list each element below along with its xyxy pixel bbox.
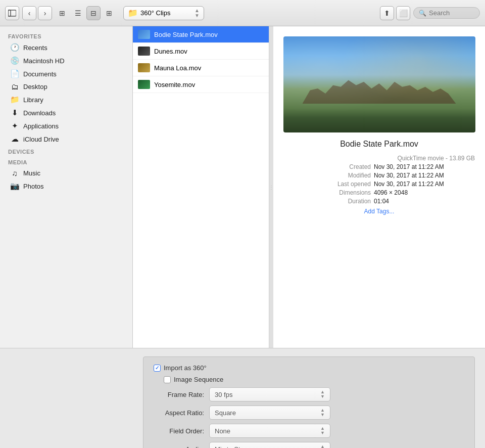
path-bar[interactable]: 📁 360° Clips ▲▼ bbox=[123, 6, 204, 20]
aspect-ratio-row: Aspect Ratio: Square ▲▼ bbox=[154, 406, 464, 420]
list-view-button[interactable]: ☰ bbox=[71, 6, 85, 20]
frame-rate-select[interactable]: 30 fps ▲▼ bbox=[209, 387, 330, 401]
file-item-yosemite[interactable]: Yosemite.mov bbox=[133, 76, 269, 93]
field-order-arrows-icon: ▲▼ bbox=[320, 426, 325, 435]
frame-rate-label: Frame Rate: bbox=[154, 391, 204, 398]
dimensions-label: Dimensions bbox=[315, 189, 371, 196]
sidebar-item-icloud-drive[interactable]: ☁ iCloud Drive bbox=[2, 132, 130, 146]
file-type-value: QuickTime movie - 13.89 GB bbox=[283, 155, 475, 162]
downloads-icon: ⬇ bbox=[10, 108, 19, 117]
file-item-dunes[interactable]: Dunes.mov bbox=[133, 43, 269, 60]
aspect-ratio-value: Square bbox=[215, 409, 236, 417]
add-tags-link[interactable]: Add Tags... bbox=[283, 208, 475, 215]
created-value: Nov 30, 2017 at 11:22 AM bbox=[374, 163, 475, 170]
dimensions-row: Dimensions 4096 × 2048 bbox=[283, 189, 475, 196]
documents-icon: 📄 bbox=[10, 69, 19, 78]
sidebar-item-recents-label: Recents bbox=[23, 44, 47, 52]
file-name-yosemite: Yosemite.mov bbox=[154, 81, 195, 88]
search-box[interactable]: 🔍 bbox=[413, 7, 480, 19]
resize-handle[interactable]: ⋮ bbox=[269, 26, 273, 348]
gallery-view-button[interactable]: ⊞ bbox=[102, 6, 116, 20]
frame-rate-value: 30 fps bbox=[215, 391, 232, 398]
favorites-section-label: Favorites bbox=[0, 30, 132, 41]
photos-icon: 📷 bbox=[10, 182, 19, 191]
file-type-row: QuickTime movie - 13.89 GB bbox=[283, 155, 475, 162]
icon-view-button[interactable]: ⊞ bbox=[55, 6, 69, 20]
duration-label: Duration bbox=[315, 198, 371, 205]
image-sequence-row: Image Sequence bbox=[164, 376, 464, 383]
image-sequence-checkbox[interactable] bbox=[164, 376, 171, 383]
preview-title: Bodie State Park.mov bbox=[340, 140, 418, 149]
sidebar-item-downloads-label: Downloads bbox=[23, 109, 56, 117]
aspect-ratio-label: Aspect Ratio: bbox=[154, 409, 204, 417]
audio-select[interactable]: Mix to Stereo ▲▼ bbox=[209, 442, 330, 448]
sidebar-item-desktop[interactable]: 🗂 Desktop bbox=[2, 80, 130, 93]
folder-icon: 📁 bbox=[128, 8, 138, 18]
sidebar-item-recents[interactable]: 🕐 Recents bbox=[2, 41, 130, 54]
desktop-icon: 🗂 bbox=[10, 82, 19, 91]
file-thumb-mauna-loa bbox=[138, 63, 150, 72]
audio-arrows-icon: ▲▼ bbox=[320, 444, 325, 448]
file-name-dunes: Dunes.mov bbox=[154, 48, 187, 55]
nav-buttons: ‹ › bbox=[22, 6, 52, 20]
audio-value: Mix to Stereo bbox=[215, 445, 254, 449]
sidebar-item-desktop-label: Desktop bbox=[23, 83, 47, 91]
modified-label: Modified bbox=[315, 172, 371, 179]
field-order-row: Field Order: None ▲▼ bbox=[154, 424, 464, 438]
sidebar-item-icloud-drive-label: iCloud Drive bbox=[23, 136, 59, 143]
tag-button[interactable]: ⬜ bbox=[396, 6, 410, 20]
sidebar-item-library[interactable]: 📁 Library bbox=[2, 93, 130, 106]
file-name-mauna-loa: Mauna Loa.mov bbox=[154, 64, 201, 72]
sidebar-item-library-label: Library bbox=[23, 96, 43, 104]
sidebar-item-music-label: Music bbox=[23, 169, 40, 177]
preview-meta: QuickTime movie - 13.89 GB Created Nov 3… bbox=[283, 155, 475, 215]
main-area: Favorites 🕐 Recents 💿 Macintosh HD 📄 Doc… bbox=[0, 26, 485, 348]
macintosh-hd-icon: 💿 bbox=[10, 56, 19, 65]
forward-button[interactable]: › bbox=[38, 6, 52, 20]
sidebar-item-applications[interactable]: ✦ Applications bbox=[2, 119, 130, 132]
frame-rate-arrows-icon: ▲▼ bbox=[320, 390, 325, 399]
modified-row: Modified Nov 30, 2017 at 11:22 AM bbox=[283, 172, 475, 179]
image-overlay bbox=[283, 36, 475, 132]
toolbar: ‹ › ⊞ ☰ ⊟ ⊞ 📁 360° Clips ▲▼ ⬆ ⬜ 🔍 bbox=[0, 0, 485, 26]
action-buttons: ⬆ ⬜ bbox=[380, 6, 410, 20]
file-item-bodie[interactable]: Bodie State Park.mov bbox=[133, 26, 269, 43]
sidebar-item-documents[interactable]: 📄 Documents bbox=[2, 67, 130, 80]
audio-row: Audio: Mix to Stereo ▲▼ bbox=[154, 442, 464, 448]
sidebar-item-photos-label: Photos bbox=[23, 183, 43, 190]
sidebar: Favorites 🕐 Recents 💿 Macintosh HD 📄 Doc… bbox=[0, 26, 133, 348]
column-view-button[interactable]: ⊟ bbox=[86, 6, 101, 20]
dimensions-value: 4096 × 2048 bbox=[374, 189, 475, 196]
file-thumb-bodie bbox=[138, 30, 150, 39]
search-icon: 🔍 bbox=[419, 10, 426, 17]
sidebar-item-downloads[interactable]: ⬇ Downloads bbox=[2, 106, 130, 119]
import-360-label: Import as 360° bbox=[164, 364, 207, 372]
field-order-select[interactable]: None ▲▼ bbox=[209, 424, 330, 438]
back-button[interactable]: ‹ bbox=[22, 6, 36, 20]
sidebar-toggle-button[interactable] bbox=[5, 6, 19, 20]
file-name-bodie: Bodie State Park.mov bbox=[154, 31, 218, 38]
sidebar-item-music[interactable]: ♫ Music bbox=[2, 167, 130, 180]
import-360-row: Import as 360° bbox=[154, 364, 464, 372]
view-buttons: ⊞ ☰ ⊟ ⊞ bbox=[55, 6, 116, 20]
share-button[interactable]: ⬆ bbox=[380, 6, 394, 20]
sidebar-item-macintosh-hd[interactable]: 💿 Macintosh HD bbox=[2, 54, 130, 67]
import-options-panel: Import as 360° Image Sequence Frame Rate… bbox=[0, 348, 485, 448]
sidebar-item-applications-label: Applications bbox=[23, 122, 59, 130]
created-label: Created bbox=[315, 163, 371, 170]
file-thumb-yosemite bbox=[138, 80, 150, 89]
file-item-mauna-loa[interactable]: Mauna Loa.mov bbox=[133, 60, 269, 76]
created-row: Created Nov 30, 2017 at 11:22 AM bbox=[283, 163, 475, 170]
preview-image bbox=[283, 36, 475, 132]
import-360-checkbox[interactable] bbox=[154, 365, 161, 372]
media-section-label: Media bbox=[0, 156, 132, 167]
last-opened-label: Last opened bbox=[315, 181, 371, 188]
library-icon: 📁 bbox=[10, 95, 19, 104]
search-input[interactable] bbox=[429, 9, 474, 17]
aspect-ratio-select[interactable]: Square ▲▼ bbox=[209, 406, 330, 420]
duration-value: 01:04 bbox=[374, 198, 475, 205]
aspect-ratio-arrows-icon: ▲▼ bbox=[320, 408, 325, 417]
path-label: 360° Clips bbox=[140, 9, 192, 17]
sidebar-item-photos[interactable]: 📷 Photos bbox=[2, 180, 130, 193]
file-thumb-dunes bbox=[138, 47, 150, 56]
